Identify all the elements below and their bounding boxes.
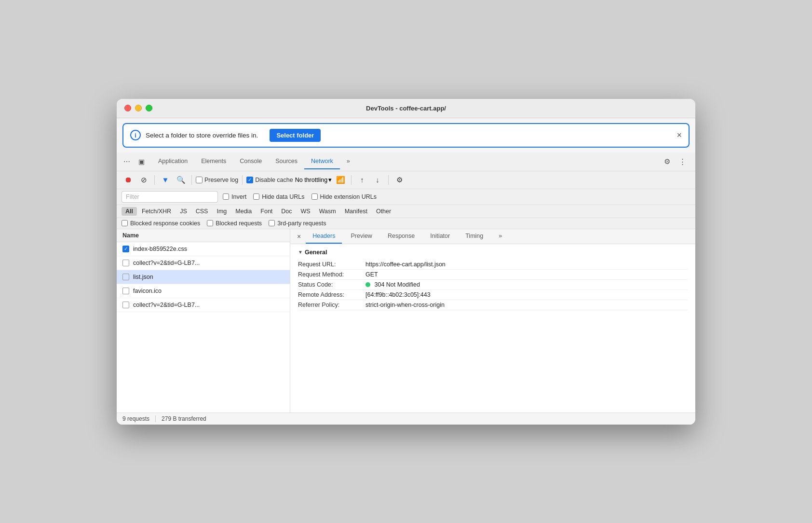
filter-row: Invert Hide data URLs Hide extension URL… bbox=[117, 189, 695, 205]
filter-icon[interactable]: ▼ bbox=[159, 173, 172, 187]
titlebar: DevTools - coffee-cart.app/ bbox=[117, 99, 695, 118]
detail-value-status: 304 Not Modified bbox=[365, 281, 688, 288]
search-icon[interactable]: 🔍 bbox=[174, 173, 188, 187]
cursor-icon[interactable]: ⋯ bbox=[121, 155, 133, 168]
type-btn-js[interactable]: JS bbox=[176, 207, 191, 216]
type-btn-font[interactable]: Font bbox=[257, 207, 276, 216]
file-item-1[interactable]: collect?v=2&tid=G-LB7... bbox=[117, 256, 290, 270]
file-item-3[interactable]: favicon.ico bbox=[117, 284, 290, 298]
minimize-button[interactable] bbox=[135, 105, 142, 111]
requests-count: 9 requests bbox=[122, 415, 149, 422]
type-btn-doc[interactable]: Doc bbox=[277, 207, 296, 216]
details-tab-response[interactable]: Response bbox=[381, 229, 421, 244]
detail-value-url: https://coffee-cart.app/list.json bbox=[365, 261, 688, 268]
third-party-label[interactable]: 3rd-party requests bbox=[269, 220, 326, 227]
wifi-icon[interactable]: 📶 bbox=[334, 173, 347, 187]
more-options-icon[interactable]: ⋮ bbox=[676, 155, 689, 168]
type-btn-other[interactable]: Other bbox=[372, 207, 395, 216]
toolbar-separator-5 bbox=[388, 175, 389, 185]
devtools-window: DevTools - coffee-cart.app/ i Select a f… bbox=[117, 99, 695, 425]
toolbar-separator-4 bbox=[351, 175, 352, 185]
details-tab-headers[interactable]: Headers bbox=[306, 229, 342, 244]
tab-icon-group: ⋯ ▣ bbox=[121, 152, 148, 171]
hide-extension-urls-label[interactable]: Hide extension URLs bbox=[311, 193, 377, 200]
type-filter-row: All Fetch/XHR JS CSS Img Media Font Doc … bbox=[117, 205, 695, 218]
tab-console[interactable]: Console bbox=[233, 154, 269, 169]
invert-text: Invert bbox=[231, 193, 246, 200]
settings-icon[interactable]: ⚙ bbox=[661, 155, 673, 168]
type-btn-manifest[interactable]: Manifest bbox=[341, 207, 371, 216]
record-button[interactable]: ⏺ bbox=[122, 173, 135, 187]
preserve-log-label[interactable]: Preserve log bbox=[196, 177, 238, 183]
hide-data-urls-checkbox[interactable] bbox=[253, 193, 259, 200]
type-btn-all[interactable]: All bbox=[122, 207, 137, 216]
file-list-header: Name bbox=[117, 229, 290, 242]
details-tab-more[interactable]: » bbox=[492, 229, 509, 244]
file-checkbox-0[interactable]: ✓ bbox=[122, 246, 129, 252]
detail-row-status: Status Code: 304 Not Modified bbox=[298, 280, 688, 290]
tab-application[interactable]: Application bbox=[151, 154, 194, 169]
type-btn-wasm[interactable]: Wasm bbox=[315, 207, 340, 216]
blocked-requests-label[interactable]: Blocked requests bbox=[207, 220, 262, 227]
general-title-text: General bbox=[305, 249, 327, 256]
type-btn-fetch-xhr[interactable]: Fetch/XHR bbox=[138, 207, 175, 216]
traffic-lights bbox=[124, 105, 152, 111]
file-name-2: list.json bbox=[133, 274, 153, 280]
detail-value-method: GET bbox=[365, 271, 688, 278]
file-item-0[interactable]: ✓ index-b859522e.css bbox=[117, 242, 290, 256]
banner-content: i Select a folder to store override file… bbox=[130, 129, 321, 142]
tabs-right-icons: ⚙ ⋮ bbox=[658, 155, 691, 168]
device-icon[interactable]: ▣ bbox=[135, 155, 148, 168]
details-tab-timing[interactable]: Timing bbox=[459, 229, 490, 244]
select-folder-button[interactable]: Select folder bbox=[270, 129, 321, 142]
preserve-log-checkbox[interactable] bbox=[196, 177, 203, 183]
tab-sources[interactable]: Sources bbox=[269, 154, 304, 169]
file-checkbox-1[interactable] bbox=[122, 260, 129, 266]
tab-more[interactable]: » bbox=[340, 154, 357, 169]
details-tab-preview[interactable]: Preview bbox=[344, 229, 379, 244]
throttling-dropdown[interactable]: No throttling ▾ bbox=[295, 176, 332, 183]
maximize-button[interactable] bbox=[146, 105, 152, 111]
blocked-response-cookies-label[interactable]: Blocked response cookies bbox=[122, 220, 200, 227]
upload-icon[interactable]: ↑ bbox=[355, 173, 369, 187]
detail-label-referrer: Referrer Policy: bbox=[298, 302, 365, 308]
blocked-row: Blocked response cookies Blocked request… bbox=[117, 218, 695, 229]
details-panel: × Headers Preview Response Initiator Tim… bbox=[290, 229, 695, 413]
file-name-1: collect?v=2&tid=G-LB7... bbox=[133, 260, 200, 266]
file-checkbox-2[interactable] bbox=[122, 274, 129, 280]
disable-cache-checkbox[interactable]: ✓ bbox=[246, 177, 253, 183]
file-name-4: collect?v=2&tid=G-LB7... bbox=[133, 302, 200, 308]
file-item-4[interactable]: collect?v=2&tid=G-LB7... bbox=[117, 298, 290, 312]
close-button[interactable] bbox=[124, 105, 131, 111]
third-party-checkbox[interactable] bbox=[269, 220, 275, 226]
type-btn-ws[interactable]: WS bbox=[297, 207, 314, 216]
clear-button[interactable]: ⊘ bbox=[137, 173, 150, 187]
hide-data-urls-label[interactable]: Hide data URLs bbox=[253, 193, 304, 200]
type-btn-media[interactable]: Media bbox=[231, 207, 256, 216]
transferred-size: 279 B transferred bbox=[162, 415, 206, 422]
details-close-button[interactable]: × bbox=[294, 230, 304, 243]
banner-close-button[interactable]: × bbox=[677, 130, 682, 140]
disable-cache-label[interactable]: ✓ Disable cache bbox=[246, 177, 293, 183]
blocked-response-cookies-checkbox[interactable] bbox=[122, 220, 128, 226]
file-name-0: index-b859522e.css bbox=[133, 246, 187, 252]
network-toolbar: ⏺ ⊘ ▼ 🔍 Preserve log ✓ Disable cache No … bbox=[117, 171, 695, 189]
download-icon[interactable]: ↓ bbox=[371, 173, 384, 187]
settings-icon-2[interactable]: ⚙ bbox=[392, 173, 406, 187]
type-btn-css[interactable]: CSS bbox=[192, 207, 212, 216]
type-btn-img[interactable]: Img bbox=[213, 207, 230, 216]
details-tab-initiator[interactable]: Initiator bbox=[423, 229, 457, 244]
tab-network[interactable]: Network bbox=[304, 154, 340, 169]
tab-elements[interactable]: Elements bbox=[194, 154, 233, 169]
file-item-2[interactable]: list.json bbox=[117, 270, 290, 284]
status-text: 304 Not Modified bbox=[374, 281, 420, 288]
hide-extension-urls-checkbox[interactable] bbox=[311, 193, 318, 200]
invert-label[interactable]: Invert bbox=[223, 193, 246, 200]
file-checkbox-4[interactable] bbox=[122, 302, 129, 308]
invert-checkbox[interactable] bbox=[223, 193, 229, 200]
filter-input[interactable] bbox=[122, 191, 218, 203]
file-checkbox-3[interactable] bbox=[122, 288, 129, 294]
file-list: Name ✓ index-b859522e.css collect?v=2&ti… bbox=[117, 229, 290, 413]
blocked-requests-checkbox[interactable] bbox=[207, 220, 213, 226]
tabs-bar: ⋯ ▣ Application Elements Console Sources… bbox=[117, 152, 695, 171]
